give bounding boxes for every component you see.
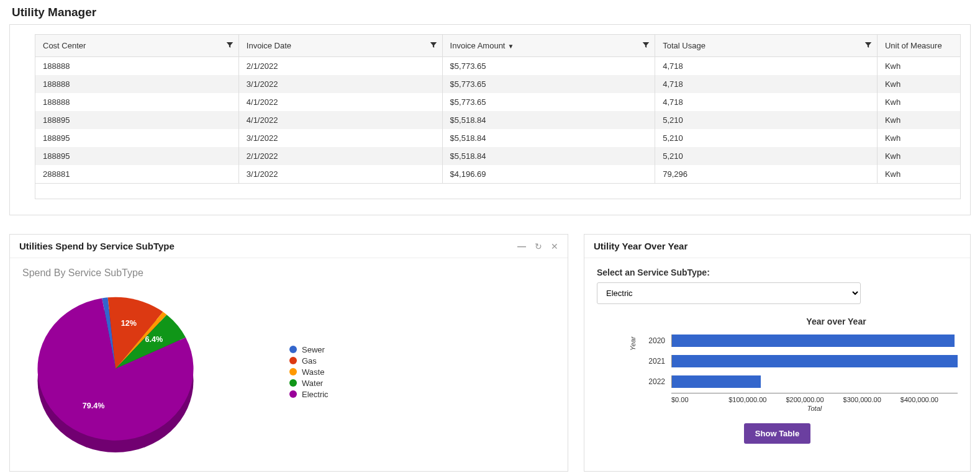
table-cell: 3/1/2022 — [238, 165, 442, 183]
table-cell: Kwh — [877, 147, 960, 165]
subtype-select-label: Select an Service SubType: — [597, 267, 958, 277]
table-cell: $5,518.84 — [442, 147, 655, 165]
legend-swatch — [289, 346, 297, 353]
yoy-bar-row: 2022 — [640, 372, 958, 391]
legend-item[interactable]: Electric — [289, 390, 329, 399]
legend-item[interactable]: Water — [289, 379, 329, 388]
table-cell: 2/1/2022 — [238, 147, 442, 165]
table-cell: $5,518.84 — [442, 111, 655, 129]
yoy-chart-title: Year over Year — [640, 317, 958, 326]
column-header[interactable]: Invoice Amount▼ — [442, 35, 655, 57]
table-cell: 4,718 — [655, 93, 878, 111]
table-cell: $5,773.65 — [442, 93, 655, 111]
grid-footer — [35, 184, 961, 199]
show-table-button[interactable]: Show Table — [744, 423, 810, 444]
yoy-category-label: 2022 — [640, 377, 671, 386]
legend-label: Waste — [302, 367, 324, 377]
legend-item[interactable]: Waste — [289, 367, 329, 377]
table-cell: 3/1/2022 — [238, 129, 442, 147]
column-header[interactable]: Unit of Measure — [877, 35, 960, 57]
table-cell: $5,773.65 — [442, 57, 655, 75]
legend-item[interactable]: Sewer — [289, 345, 329, 354]
column-header[interactable]: Cost Center — [35, 35, 239, 57]
yoy-xtick: $400,000.00 — [901, 396, 958, 403]
legend-swatch — [289, 390, 297, 398]
invoice-grid: Cost CenterInvoice DateInvoice Amount▼To… — [35, 34, 961, 57]
subtype-select[interactable]: Electric — [597, 282, 861, 304]
sort-desc-icon: ▼ — [507, 43, 514, 50]
yoy-bar[interactable] — [672, 355, 958, 367]
grid-scroll[interactable]: 1888882/1/2022$5,773.654,718Kwh1888883/1… — [35, 57, 961, 184]
legend-label: Electric — [302, 390, 329, 399]
table-cell: $5,773.65 — [442, 75, 655, 93]
page-title: Utility Manager — [12, 6, 971, 19]
table-cell: Kwh — [877, 129, 960, 147]
table-cell: 2/1/2022 — [238, 57, 442, 75]
table-row[interactable]: 1888882/1/2022$5,773.654,718Kwh — [35, 57, 961, 75]
legend-label: Sewer — [302, 345, 325, 354]
yoy-xtick: $200,000.00 — [786, 396, 843, 403]
table-cell: Kwh — [877, 93, 960, 111]
yoy-xtick: $0.00 — [671, 396, 728, 403]
table-cell: 188895 — [35, 111, 239, 129]
table-row[interactable]: 1888954/1/2022$5,518.845,210Kwh — [35, 111, 961, 129]
table-cell: 188888 — [35, 93, 239, 111]
table-cell: 188888 — [35, 75, 239, 93]
legend-swatch — [289, 357, 297, 364]
table-cell: 3/1/2022 — [238, 75, 442, 93]
yoy-card-title: Utility Year Over Year — [594, 241, 961, 251]
close-icon[interactable]: ✕ — [551, 241, 558, 251]
grid-card: Cost CenterInvoice DateInvoice Amount▼To… — [9, 24, 971, 215]
refresh-icon[interactable]: ↻ — [535, 241, 542, 251]
column-header[interactable]: Total Usage — [655, 35, 878, 57]
filter-icon[interactable] — [226, 41, 234, 50]
yoy-category-label: 2020 — [640, 336, 671, 345]
yoy-bar-row: 2021 — [640, 352, 958, 370]
yoy-xlabel: Total — [640, 405, 958, 412]
yoy-bar[interactable] — [672, 335, 955, 347]
legend-swatch — [289, 379, 297, 387]
filter-icon[interactable] — [642, 41, 650, 50]
table-cell: Kwh — [877, 57, 960, 75]
legend-swatch — [289, 368, 297, 375]
filter-icon[interactable] — [864, 41, 872, 50]
table-cell: 4,718 — [655, 75, 878, 93]
table-cell: 5,210 — [655, 147, 878, 165]
table-row[interactable]: 1888884/1/2022$5,773.654,718Kwh — [35, 93, 961, 111]
pie-legend: SewerGasWasteWaterElectric — [289, 343, 329, 401]
yoy-xtick: $300,000.00 — [843, 396, 901, 403]
spend-subtitle: Spend By Service SubType — [22, 267, 555, 279]
table-cell: 288881 — [35, 165, 239, 183]
table-cell: $5,518.84 — [442, 129, 655, 147]
pie-slice-label: 12% — [121, 319, 137, 328]
legend-item[interactable]: Gas — [289, 356, 329, 366]
yoy-bar[interactable] — [672, 375, 761, 388]
table-cell: 4/1/2022 — [238, 93, 442, 111]
table-cell: 188888 — [35, 57, 239, 75]
column-header[interactable]: Invoice Date — [238, 35, 442, 57]
yoy-card: Utility Year Over Year Select an Service… — [584, 234, 971, 472]
table-cell: 5,210 — [655, 111, 878, 129]
table-row[interactable]: 1888952/1/2022$5,518.845,210Kwh — [35, 147, 961, 165]
yoy-xtick: $100,000.00 — [728, 396, 786, 403]
spend-card: Utilities Spend by Service SubType — ↻ ✕… — [9, 234, 568, 472]
legend-label: Gas — [302, 356, 317, 366]
table-cell: 4/1/2022 — [238, 111, 442, 129]
table-row[interactable]: 1888883/1/2022$5,773.654,718Kwh — [35, 75, 961, 93]
pie-slice-label: 6.4% — [145, 335, 163, 344]
table-cell: $4,196.69 — [442, 165, 655, 183]
pie-slice-label: 79.4% — [83, 402, 105, 410]
table-cell: Kwh — [877, 75, 960, 93]
filter-icon[interactable] — [430, 41, 437, 50]
table-row[interactable]: 1888953/1/2022$5,518.845,210Kwh — [35, 129, 961, 147]
yoy-bar-row: 2020 — [640, 331, 958, 350]
legend-label: Water — [302, 379, 323, 388]
table-cell: 79,296 — [655, 165, 878, 183]
table-cell: 188895 — [35, 147, 239, 165]
table-cell: 5,210 — [655, 129, 878, 147]
table-row[interactable]: 2888813/1/2022$4,196.6979,296Kwh — [35, 165, 961, 183]
minimize-icon[interactable]: — — [517, 241, 526, 251]
spend-card-title: Utilities Spend by Service SubType — [19, 241, 517, 251]
yoy-ylabel: Year — [629, 336, 637, 351]
table-cell: 4,718 — [655, 57, 878, 75]
